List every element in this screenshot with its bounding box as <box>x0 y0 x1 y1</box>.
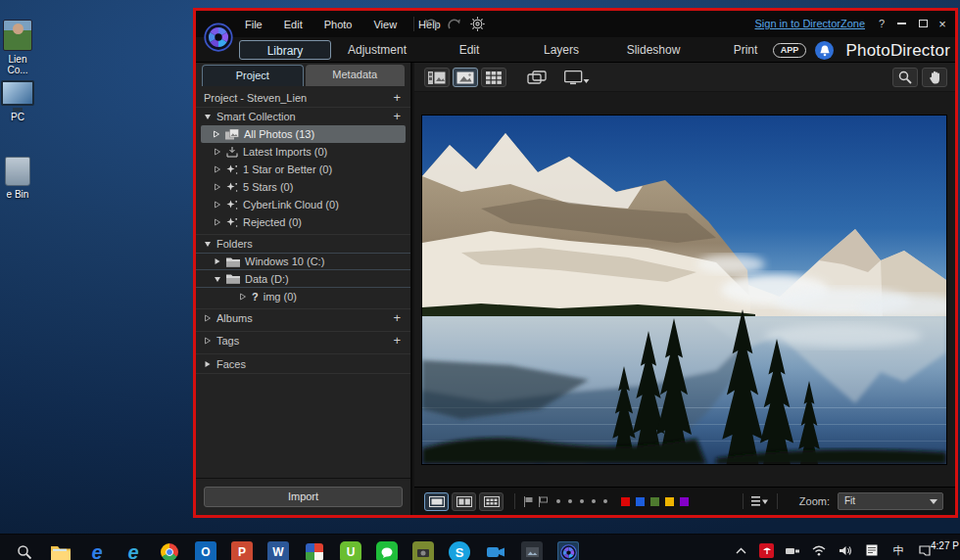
color-label-blue[interactable] <box>636 497 645 506</box>
grid-view-icon <box>486 71 502 84</box>
viewer-compare-mode-button[interactable] <box>452 492 476 511</box>
tree-item-rejected[interactable]: Rejected (0) <box>196 213 410 231</box>
minimize-button[interactable] <box>894 17 908 30</box>
import-button[interactable]: Import <box>204 487 403 507</box>
sort-options-icon[interactable] <box>751 495 769 507</box>
tree-item-5-stars[interactable]: 5 Stars (0) <box>196 178 410 196</box>
add-project-button[interactable]: + <box>393 93 401 103</box>
library-tree: Project - Steven_Lien + Smart Collection… <box>196 88 410 476</box>
menu-view[interactable]: View <box>373 19 397 30</box>
import-tray-icon <box>226 147 238 158</box>
tab-edit[interactable]: Edit <box>423 40 515 60</box>
panel-tab-project[interactable]: Project <box>202 65 304 86</box>
viewer-grid-mode-button[interactable] <box>479 492 504 511</box>
folders-header[interactable]: Folders <box>196 234 410 253</box>
settings-gear-icon[interactable] <box>470 17 485 31</box>
tray-show-hidden-icons[interactable] <box>733 542 748 558</box>
taskbar-word[interactable]: W <box>267 541 289 560</box>
tray-network[interactable] <box>811 542 827 558</box>
secondary-monitor-button[interactable] <box>561 68 593 87</box>
maximize-button[interactable] <box>916 17 930 30</box>
tab-library[interactable]: Library <box>239 40 331 60</box>
taskbar-skype[interactable]: S <box>449 541 470 560</box>
taskbar-outlook[interactable]: O <box>195 541 216 560</box>
tab-layers[interactable]: Layers <box>515 40 607 60</box>
redo-icon[interactable] <box>447 18 462 30</box>
menu-file[interactable]: File <box>245 19 263 30</box>
tree-item-data-d-drive[interactable]: Data (D:) <box>196 270 410 288</box>
taskbar-file-explorer[interactable] <box>50 541 72 560</box>
taskbar-internet-explorer[interactable]: e <box>122 541 144 560</box>
photodirector-window: File Edit Photo View Help Sign in to Dir… <box>193 8 958 518</box>
viewer-area: Zoom: Fit <box>414 63 955 515</box>
help-button[interactable]: ? <box>879 18 885 29</box>
menu-edit[interactable]: Edit <box>284 19 303 30</box>
tray-volume[interactable] <box>838 542 853 558</box>
panel-tab-metadata[interactable]: Metadata <box>306 65 406 86</box>
tree-item-all-photos[interactable]: All Photos (13) <box>201 125 406 143</box>
desktop-icon-this-pc[interactable]: PC <box>0 80 41 122</box>
tree-item-img-folder[interactable]: ? img (0) <box>196 288 410 305</box>
pan-tool-button[interactable] <box>922 68 947 87</box>
add-album-button[interactable]: + <box>393 313 401 323</box>
zoom-tool-button[interactable] <box>892 68 918 87</box>
compare-photos-button[interactable] <box>524 68 550 87</box>
faces-header[interactable]: Faces <box>196 353 410 374</box>
taskbar-photodirector-active[interactable] <box>557 541 579 560</box>
taskbar-u-app[interactable]: U <box>340 541 361 560</box>
taskbar-clock[interactable]: 4:27 P <box>931 540 960 551</box>
zoom-dropdown[interactable]: Fit <box>838 492 943 510</box>
filmstrip-view-button[interactable] <box>424 68 450 87</box>
expand-arrow-icon <box>213 130 220 138</box>
taskbar-search-button[interactable] <box>14 541 35 560</box>
notification-bell-button[interactable] <box>815 41 834 60</box>
tree-item-latest-imports[interactable]: Latest Imports (0) <box>196 143 410 161</box>
albums-header[interactable]: Albums + <box>196 308 410 327</box>
flag-reject-icon[interactable] <box>538 496 549 507</box>
taskbar-edge[interactable]: e <box>86 541 108 560</box>
single-view-button[interactable] <box>453 68 478 87</box>
project-row[interactable]: Project - Steven_Lien + <box>196 88 410 107</box>
tags-header[interactable]: Tags + <box>196 331 410 350</box>
taskbar-chrome[interactable] <box>159 541 180 560</box>
app-store-button[interactable]: APP <box>773 43 806 58</box>
tree-item-windows-c-drive[interactable]: Windows 10 (C:) <box>196 253 410 270</box>
tray-device[interactable] <box>785 542 800 558</box>
photo-canvas[interactable] <box>414 92 955 487</box>
tray-notes[interactable] <box>864 542 880 558</box>
tab-slideshow[interactable]: Slideshow <box>607 40 699 60</box>
flag-pick-icon[interactable] <box>523 496 534 507</box>
color-label-red[interactable] <box>621 497 630 506</box>
taskbar-line[interactable] <box>376 541 398 560</box>
close-button[interactable]: × <box>936 17 949 30</box>
color-label-purple[interactable] <box>680 497 689 506</box>
tab-adjustment[interactable]: Adjustment <box>331 40 423 60</box>
taskbar-camera-app[interactable] <box>412 541 434 560</box>
tree-item-label: 5 Stars (0) <box>243 181 293 193</box>
tree-item-label: Latest Imports (0) <box>243 146 327 158</box>
taskbar-u-meeting[interactable] <box>485 541 506 560</box>
add-tag-button[interactable]: + <box>393 336 401 346</box>
taskbar-powerpoint[interactable]: P <box>231 541 253 560</box>
add-smart-collection-button[interactable]: + <box>393 112 401 121</box>
expand-arrow-icon <box>204 337 212 345</box>
tray-input-language[interactable]: 中 <box>890 542 906 558</box>
outlook-icon: O <box>201 545 210 559</box>
desktop-icon-user[interactable]: Lien Co... <box>0 20 41 75</box>
undo-icon[interactable] <box>423 18 439 30</box>
grid-view-button[interactable] <box>481 68 506 87</box>
color-label-yellow[interactable] <box>665 497 674 506</box>
color-label-green[interactable] <box>650 497 659 506</box>
menu-photo[interactable]: Photo <box>324 19 353 30</box>
sign-in-directorzone-link[interactable]: Sign in to DirectorZone <box>755 18 866 29</box>
bow-lake-photo[interactable] <box>422 116 946 464</box>
tree-item-1-star-or-better[interactable]: 1 Star or Better (0) <box>196 161 410 178</box>
viewer-single-mode-button[interactable] <box>424 492 449 511</box>
smart-collection-header[interactable]: Smart Collection + <box>196 107 410 125</box>
taskbar-cyberlink-app[interactable] <box>304 541 325 560</box>
star-rating-dots[interactable] <box>556 499 607 503</box>
tree-item-cyberlink-cloud[interactable]: CyberLink Cloud (0) <box>196 196 410 213</box>
taskbar-photo-gallery[interactable] <box>521 541 543 560</box>
tray-antivirus[interactable] <box>759 543 774 558</box>
desktop-icon-recycle-bin[interactable]: e Bin <box>0 157 41 200</box>
